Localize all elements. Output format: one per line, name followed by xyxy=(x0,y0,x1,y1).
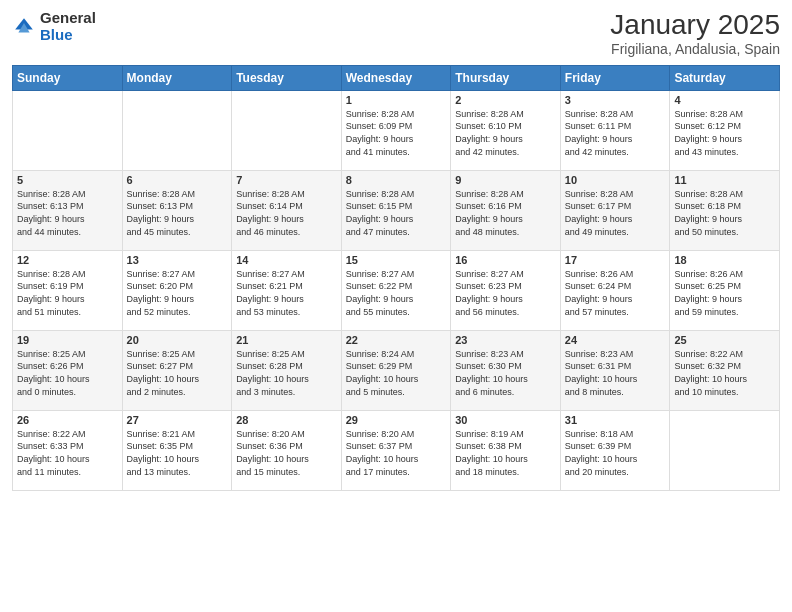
table-row: 14Sunrise: 8:27 AM Sunset: 6:21 PM Dayli… xyxy=(232,250,342,330)
day-number: 27 xyxy=(127,414,228,426)
table-row: 5Sunrise: 8:28 AM Sunset: 6:13 PM Daylig… xyxy=(13,170,123,250)
day-number: 2 xyxy=(455,94,556,106)
logo-text: General Blue xyxy=(40,10,96,43)
day-number: 25 xyxy=(674,334,775,346)
day-number: 15 xyxy=(346,254,447,266)
day-number: 4 xyxy=(674,94,775,106)
table-row: 15Sunrise: 8:27 AM Sunset: 6:22 PM Dayli… xyxy=(341,250,451,330)
day-info: Sunrise: 8:28 AM Sunset: 6:13 PM Dayligh… xyxy=(127,188,228,238)
table-row: 16Sunrise: 8:27 AM Sunset: 6:23 PM Dayli… xyxy=(451,250,561,330)
table-row: 21Sunrise: 8:25 AM Sunset: 6:28 PM Dayli… xyxy=(232,330,342,410)
weekday-header-row: Sunday Monday Tuesday Wednesday Thursday… xyxy=(13,65,780,90)
table-row: 13Sunrise: 8:27 AM Sunset: 6:20 PM Dayli… xyxy=(122,250,232,330)
header: General Blue January 2025 Frigiliana, An… xyxy=(12,10,780,57)
table-row: 30Sunrise: 8:19 AM Sunset: 6:38 PM Dayli… xyxy=(451,410,561,490)
header-tuesday: Tuesday xyxy=(232,65,342,90)
table-row xyxy=(13,90,123,170)
day-number: 30 xyxy=(455,414,556,426)
calendar-week-row: 26Sunrise: 8:22 AM Sunset: 6:33 PM Dayli… xyxy=(13,410,780,490)
day-info: Sunrise: 8:28 AM Sunset: 6:10 PM Dayligh… xyxy=(455,108,556,158)
table-row: 20Sunrise: 8:25 AM Sunset: 6:27 PM Dayli… xyxy=(122,330,232,410)
day-number: 13 xyxy=(127,254,228,266)
day-info: Sunrise: 8:22 AM Sunset: 6:32 PM Dayligh… xyxy=(674,348,775,398)
day-number: 31 xyxy=(565,414,666,426)
day-number: 5 xyxy=(17,174,118,186)
day-info: Sunrise: 8:25 AM Sunset: 6:27 PM Dayligh… xyxy=(127,348,228,398)
day-number: 3 xyxy=(565,94,666,106)
table-row: 4Sunrise: 8:28 AM Sunset: 6:12 PM Daylig… xyxy=(670,90,780,170)
day-info: Sunrise: 8:28 AM Sunset: 6:14 PM Dayligh… xyxy=(236,188,337,238)
day-info: Sunrise: 8:28 AM Sunset: 6:09 PM Dayligh… xyxy=(346,108,447,158)
day-info: Sunrise: 8:25 AM Sunset: 6:28 PM Dayligh… xyxy=(236,348,337,398)
day-info: Sunrise: 8:28 AM Sunset: 6:12 PM Dayligh… xyxy=(674,108,775,158)
day-number: 7 xyxy=(236,174,337,186)
day-number: 8 xyxy=(346,174,447,186)
table-row xyxy=(122,90,232,170)
day-number: 12 xyxy=(17,254,118,266)
day-info: Sunrise: 8:27 AM Sunset: 6:21 PM Dayligh… xyxy=(236,268,337,318)
day-number: 1 xyxy=(346,94,447,106)
header-saturday: Saturday xyxy=(670,65,780,90)
table-row: 19Sunrise: 8:25 AM Sunset: 6:26 PM Dayli… xyxy=(13,330,123,410)
calendar-week-row: 5Sunrise: 8:28 AM Sunset: 6:13 PM Daylig… xyxy=(13,170,780,250)
calendar-subtitle: Frigiliana, Andalusia, Spain xyxy=(610,41,780,57)
day-info: Sunrise: 8:19 AM Sunset: 6:38 PM Dayligh… xyxy=(455,428,556,478)
day-number: 20 xyxy=(127,334,228,346)
day-info: Sunrise: 8:26 AM Sunset: 6:24 PM Dayligh… xyxy=(565,268,666,318)
calendar-table: Sunday Monday Tuesday Wednesday Thursday… xyxy=(12,65,780,491)
table-row: 29Sunrise: 8:20 AM Sunset: 6:37 PM Dayli… xyxy=(341,410,451,490)
calendar-week-row: 12Sunrise: 8:28 AM Sunset: 6:19 PM Dayli… xyxy=(13,250,780,330)
day-info: Sunrise: 8:27 AM Sunset: 6:22 PM Dayligh… xyxy=(346,268,447,318)
table-row: 6Sunrise: 8:28 AM Sunset: 6:13 PM Daylig… xyxy=(122,170,232,250)
day-info: Sunrise: 8:24 AM Sunset: 6:29 PM Dayligh… xyxy=(346,348,447,398)
day-number: 16 xyxy=(455,254,556,266)
calendar-week-row: 19Sunrise: 8:25 AM Sunset: 6:26 PM Dayli… xyxy=(13,330,780,410)
day-info: Sunrise: 8:22 AM Sunset: 6:33 PM Dayligh… xyxy=(17,428,118,478)
day-number: 17 xyxy=(565,254,666,266)
day-info: Sunrise: 8:28 AM Sunset: 6:18 PM Dayligh… xyxy=(674,188,775,238)
day-number: 22 xyxy=(346,334,447,346)
logo-icon xyxy=(12,15,36,39)
day-number: 26 xyxy=(17,414,118,426)
table-row: 28Sunrise: 8:20 AM Sunset: 6:36 PM Dayli… xyxy=(232,410,342,490)
table-row: 22Sunrise: 8:24 AM Sunset: 6:29 PM Dayli… xyxy=(341,330,451,410)
table-row: 3Sunrise: 8:28 AM Sunset: 6:11 PM Daylig… xyxy=(560,90,670,170)
day-info: Sunrise: 8:23 AM Sunset: 6:31 PM Dayligh… xyxy=(565,348,666,398)
day-info: Sunrise: 8:28 AM Sunset: 6:11 PM Dayligh… xyxy=(565,108,666,158)
table-row: 24Sunrise: 8:23 AM Sunset: 6:31 PM Dayli… xyxy=(560,330,670,410)
day-info: Sunrise: 8:20 AM Sunset: 6:37 PM Dayligh… xyxy=(346,428,447,478)
table-row: 12Sunrise: 8:28 AM Sunset: 6:19 PM Dayli… xyxy=(13,250,123,330)
day-info: Sunrise: 8:28 AM Sunset: 6:13 PM Dayligh… xyxy=(17,188,118,238)
logo-blue-text: Blue xyxy=(40,27,96,44)
table-row: 1Sunrise: 8:28 AM Sunset: 6:09 PM Daylig… xyxy=(341,90,451,170)
header-thursday: Thursday xyxy=(451,65,561,90)
table-row: 2Sunrise: 8:28 AM Sunset: 6:10 PM Daylig… xyxy=(451,90,561,170)
day-info: Sunrise: 8:28 AM Sunset: 6:15 PM Dayligh… xyxy=(346,188,447,238)
day-number: 23 xyxy=(455,334,556,346)
header-sunday: Sunday xyxy=(13,65,123,90)
page: General Blue January 2025 Frigiliana, An… xyxy=(0,0,792,612)
day-number: 14 xyxy=(236,254,337,266)
day-number: 24 xyxy=(565,334,666,346)
calendar-title: January 2025 xyxy=(610,10,780,41)
day-info: Sunrise: 8:25 AM Sunset: 6:26 PM Dayligh… xyxy=(17,348,118,398)
table-row: 11Sunrise: 8:28 AM Sunset: 6:18 PM Dayli… xyxy=(670,170,780,250)
table-row xyxy=(670,410,780,490)
day-number: 19 xyxy=(17,334,118,346)
day-info: Sunrise: 8:18 AM Sunset: 6:39 PM Dayligh… xyxy=(565,428,666,478)
table-row: 25Sunrise: 8:22 AM Sunset: 6:32 PM Dayli… xyxy=(670,330,780,410)
header-monday: Monday xyxy=(122,65,232,90)
logo: General Blue xyxy=(12,10,96,43)
day-number: 6 xyxy=(127,174,228,186)
day-info: Sunrise: 8:23 AM Sunset: 6:30 PM Dayligh… xyxy=(455,348,556,398)
table-row: 23Sunrise: 8:23 AM Sunset: 6:30 PM Dayli… xyxy=(451,330,561,410)
day-number: 11 xyxy=(674,174,775,186)
day-number: 10 xyxy=(565,174,666,186)
logo-general-text: General xyxy=(40,10,96,27)
header-wednesday: Wednesday xyxy=(341,65,451,90)
day-info: Sunrise: 8:26 AM Sunset: 6:25 PM Dayligh… xyxy=(674,268,775,318)
table-row xyxy=(232,90,342,170)
day-info: Sunrise: 8:20 AM Sunset: 6:36 PM Dayligh… xyxy=(236,428,337,478)
day-number: 9 xyxy=(455,174,556,186)
table-row: 9Sunrise: 8:28 AM Sunset: 6:16 PM Daylig… xyxy=(451,170,561,250)
